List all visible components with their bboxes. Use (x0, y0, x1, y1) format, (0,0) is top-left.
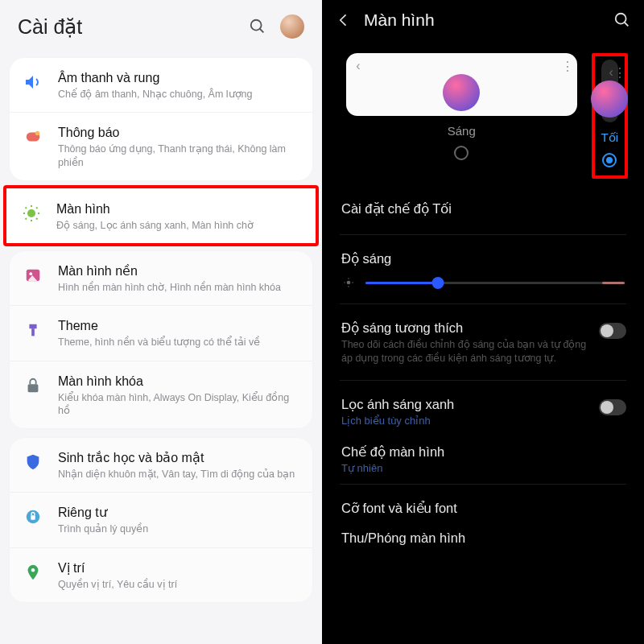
settings-group: Âm thanh và rung Chế độ âm thanh, Nhạc c… (10, 58, 312, 180)
brightness-low-icon (341, 275, 356, 290)
search-icon[interactable] (612, 10, 633, 31)
mode-dark[interactable]: ‹⋮ Tối (601, 60, 619, 167)
phone-preview-dark: ‹⋮ (601, 60, 619, 122)
display-title: Màn hình (364, 10, 602, 30)
svg-line-11 (26, 218, 27, 220)
settings-item-display[interactable]: Màn hình Độ sáng, Lọc ánh sáng xanh, Màn… (5, 187, 317, 245)
brightness-slider-row (322, 270, 644, 297)
item-sub: Hình nền màn hình chờ, Hình nền màn hình… (58, 281, 299, 294)
privacy-icon (23, 506, 43, 527)
dark-mode-settings-row[interactable]: Cài đặt chế độ Tối (322, 187, 644, 228)
back-button[interactable] (333, 10, 354, 31)
wallpaper-icon (23, 265, 43, 286)
sound-icon (23, 72, 43, 93)
phone-preview-light: ‹⋮ (346, 53, 577, 116)
svg-line-10 (36, 218, 38, 220)
mode-dark-highlight: ‹⋮ Tối (592, 53, 629, 179)
settings-item-display-highlight: Màn hình Độ sáng, Lọc ánh sáng xanh, Màn… (5, 187, 317, 245)
mode-label: Tối (601, 130, 619, 145)
radio-dark[interactable] (602, 153, 617, 167)
blue-light-filter-row[interactable]: Lọc ánh sáng xanh Lịch biểu tùy chỉnh (322, 387, 644, 435)
settings-item-privacy[interactable]: Riêng tư Trình quản lý quyền (10, 492, 312, 547)
settings-title: Cài đặt (18, 15, 246, 39)
item-title: Màn hình nền (58, 263, 299, 279)
svg-point-20 (616, 14, 626, 24)
item-title: Sinh trắc học và bảo mật (58, 450, 299, 466)
blue-light-toggle[interactable] (599, 399, 626, 415)
settings-item-wallpaper[interactable]: Màn hình nền Hình nền màn hình chờ, Hình… (10, 251, 312, 305)
item-sub: Độ sáng, Lọc ánh sáng xanh, Màn hình chờ (56, 219, 303, 232)
item-sub: Kiểu khóa màn hình, Always On Display, K… (58, 391, 299, 418)
adaptive-brightness-row[interactable]: Độ sáng tương thích Theo dõi cách điều c… (322, 311, 644, 374)
settings-panel: Cài đặt Âm thanh và rung Chế độ âm thanh… (0, 0, 322, 644)
divider (340, 380, 626, 381)
svg-rect-15 (31, 328, 35, 336)
settings-item-sound[interactable]: Âm thanh và rung Chế độ âm thanh, Nhạc c… (10, 58, 312, 112)
item-sub: Chế độ âm thanh, Nhạc chuông, Âm lượng (58, 88, 299, 101)
svg-point-19 (31, 568, 35, 572)
item-sub: Nhận diện khuôn mặt, Vân tay, Tìm di độn… (58, 468, 299, 481)
settings-item-notifications[interactable]: Thông báo Thông báo ứng dụng, Thanh trạn… (10, 112, 312, 180)
svg-rect-18 (31, 515, 35, 520)
item-title: Màn hình khóa (58, 374, 299, 390)
notification-icon (23, 126, 43, 147)
mode-label: Sáng (346, 124, 577, 138)
font-row[interactable]: Cỡ font và kiểu font (322, 491, 644, 526)
theme-mode-chooser: ‹⋮ Sáng ‹⋮ Tối (322, 39, 644, 187)
theme-icon (23, 320, 43, 341)
svg-line-21 (625, 23, 629, 27)
settings-group: Màn hình nền Hình nền màn hình chờ, Hình… (10, 251, 312, 428)
svg-point-4 (27, 209, 35, 217)
settings-group: Sinh trắc học và bảo mật Nhận diện khuôn… (10, 438, 312, 602)
brightness-section: Độ sáng (322, 242, 644, 270)
radio-light[interactable] (454, 146, 469, 160)
item-title: Màn hình (56, 201, 303, 217)
divider (340, 484, 626, 485)
divider (340, 303, 626, 304)
item-sub: Trình quản lý quyền (58, 522, 299, 535)
item-title: Thông báo (58, 125, 299, 141)
divider (340, 234, 626, 235)
settings-header: Cài đặt (0, 0, 322, 53)
shield-icon (23, 452, 43, 473)
settings-item-theme[interactable]: Theme Theme, hình nền và biểu tượng có t… (10, 305, 312, 360)
settings-item-biometrics[interactable]: Sinh trắc học và bảo mật Nhận diện khuôn… (10, 438, 312, 492)
profile-avatar[interactable] (280, 14, 304, 39)
item-title: Theme (58, 318, 299, 334)
adaptive-brightness-toggle[interactable] (599, 323, 626, 339)
brightness-slider[interactable] (365, 273, 625, 292)
settings-item-location[interactable]: Vị trí Quyền vị trí, Yêu cầu vị trí (10, 547, 312, 602)
item-title: Vị trí (58, 560, 299, 576)
svg-point-0 (251, 20, 262, 31)
item-title: Riêng tư (58, 505, 299, 521)
item-sub: Thông báo ứng dụng, Thanh trạng thái, Kh… (58, 142, 299, 169)
svg-line-12 (36, 207, 38, 208)
settings-item-lockscreen[interactable]: Màn hình khóa Kiểu khóa màn hình, Always… (10, 361, 312, 429)
svg-point-14 (29, 272, 32, 275)
zoom-row[interactable]: Thu/Phóng màn hình (322, 526, 644, 549)
svg-line-1 (260, 29, 264, 33)
item-sub: Quyền vị trí, Yêu cầu vị trí (58, 578, 299, 591)
display-icon (21, 203, 42, 224)
svg-rect-16 (28, 384, 39, 392)
svg-line-9 (26, 207, 27, 208)
mode-light[interactable]: ‹⋮ Sáng (346, 53, 577, 160)
location-icon (23, 562, 43, 583)
screen-mode-row[interactable]: Chế độ màn hình Tự nhiên (322, 435, 644, 477)
display-header: Màn hình (322, 0, 644, 39)
item-sub: Theme, hình nền và biểu tượng có thể tải… (58, 336, 299, 349)
item-title: Âm thanh và rung (58, 70, 299, 86)
svg-point-3 (35, 131, 40, 136)
search-icon[interactable] (246, 15, 269, 38)
svg-point-22 (347, 281, 351, 285)
display-settings-panel: Màn hình ‹⋮ Sáng ‹⋮ Tối Cài đặt (322, 0, 644, 644)
lock-icon (23, 375, 43, 396)
